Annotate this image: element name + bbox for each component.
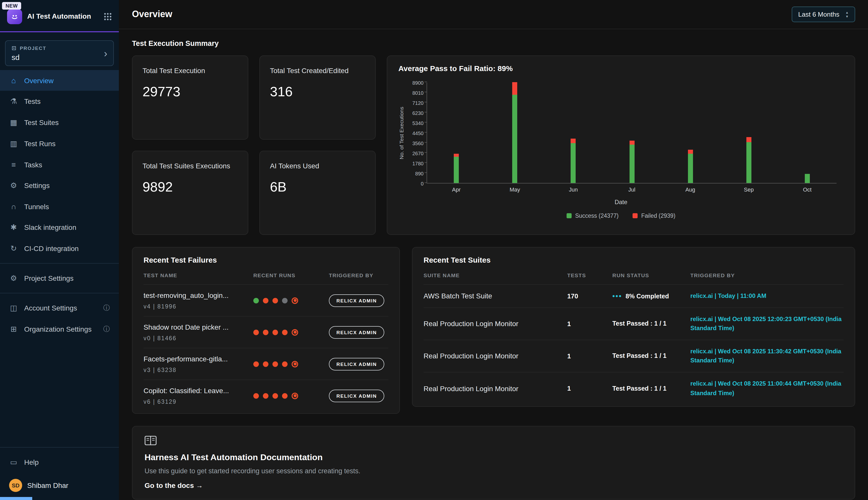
triggered-by-button[interactable]: RELICX ADMIN bbox=[329, 357, 385, 370]
column-header: TRIGGERED BY bbox=[329, 272, 388, 278]
run-status-dot-icon[interactable] bbox=[282, 393, 288, 398]
run-status-dot-icon[interactable] bbox=[263, 329, 268, 335]
app-logo-icon[interactable] bbox=[7, 9, 22, 24]
project-settings-icon: ⚙ bbox=[9, 274, 18, 283]
sidebar-item-label: Overview bbox=[24, 76, 54, 84]
run-status-dot-icon[interactable] bbox=[263, 361, 268, 367]
stat-label: Total Test Suites Executions bbox=[142, 161, 238, 171]
bar-oct[interactable] bbox=[805, 174, 810, 183]
success-segment bbox=[688, 154, 693, 183]
run-status-dot-icon[interactable] bbox=[272, 329, 278, 335]
triggered-by-link[interactable]: relicx.ai | Wed Oct 08 2025 11:00:44 GMT… bbox=[691, 379, 844, 398]
sidebar-item-test-runs[interactable]: ▥Test Runs bbox=[0, 133, 119, 154]
sidebar-item-help[interactable]: ▭Help bbox=[0, 452, 119, 473]
sidebar-item-project-settings[interactable]: ⚙Project Settings bbox=[0, 268, 119, 289]
run-status-dot-icon[interactable] bbox=[282, 298, 288, 303]
sidebar-item-organization-settings[interactable]: ⊞Organization Settingsⓘ bbox=[0, 319, 119, 340]
run-status-dot-icon[interactable] bbox=[282, 361, 288, 367]
sidebar-item-label: Settings bbox=[24, 181, 50, 190]
run-status-dot-icon[interactable] bbox=[272, 361, 278, 367]
run-status-text: Test Passed : 1 / 1 bbox=[612, 385, 667, 392]
legend-item: Failed (2939) bbox=[633, 213, 676, 219]
sidebar-item-label: Tasks bbox=[24, 160, 42, 169]
test-name[interactable]: Facets-performance-gitla... bbox=[143, 355, 253, 363]
stat-value: 9892 bbox=[142, 179, 238, 195]
test-name[interactable]: Copilot: Classified: Leave... bbox=[143, 387, 253, 395]
triggered-by-button[interactable]: RELICX ADMIN bbox=[329, 294, 385, 307]
bar-jun[interactable] bbox=[571, 139, 576, 183]
suite-tests-count: 1 bbox=[567, 352, 607, 360]
docs-subtitle: Use this guide to get started recording … bbox=[144, 467, 843, 475]
test-name[interactable]: test-removing_auto_login... bbox=[143, 291, 253, 299]
run-status-ring-icon[interactable] bbox=[292, 393, 298, 399]
y-tick-label: 0 bbox=[421, 181, 424, 186]
triggered-by-cell: RELICX ADMIN bbox=[329, 294, 388, 307]
triggered-by-link[interactable]: relicx.ai | Wed Oct 08 2025 11:30:42 GMT… bbox=[691, 347, 844, 365]
user-menu[interactable]: SD Shibam Dhar bbox=[0, 473, 119, 500]
run-status-dot-icon[interactable] bbox=[272, 298, 278, 303]
info-icon[interactable]: ⓘ bbox=[103, 304, 110, 312]
info-icon[interactable]: ⓘ bbox=[103, 325, 110, 334]
sidebar-item-slack-integration[interactable]: ✱Slack integration bbox=[0, 217, 119, 238]
triggered-by-link[interactable]: relicx.ai | Wed Oct 08 2025 12:00:23 GMT… bbox=[691, 314, 844, 333]
triggered-by-button[interactable]: RELICX ADMIN bbox=[329, 326, 385, 339]
sidebar-item-overview[interactable]: ⌂Overview bbox=[0, 70, 119, 91]
tasks-icon: ≡ bbox=[9, 160, 18, 169]
sidebar-item-tests[interactable]: ⚗Tests bbox=[0, 91, 119, 112]
test-version-id: v0 | 81466 bbox=[143, 335, 253, 341]
suite-name[interactable]: Real Production Login Monitor bbox=[424, 352, 562, 360]
chart-plot: AprMayJunJulAugSepOct bbox=[426, 83, 836, 183]
apps-grid-icon[interactable] bbox=[104, 13, 112, 21]
suite-name[interactable]: Real Production Login Monitor bbox=[424, 384, 562, 393]
run-status-dot-icon[interactable] bbox=[263, 298, 268, 303]
chevron-right-icon: › bbox=[104, 48, 107, 58]
resource-center-strip[interactable] bbox=[0, 497, 32, 500]
run-status-ring-icon[interactable] bbox=[292, 361, 298, 367]
sidebar-item-label: Organization Settings bbox=[24, 325, 92, 333]
chart-body: No. of Test Executions089017802670356044… bbox=[398, 83, 844, 183]
failed-segment bbox=[454, 154, 459, 157]
documentation-card: Harness AI Test Automation Documentation… bbox=[132, 426, 855, 500]
bar-apr[interactable] bbox=[454, 154, 459, 183]
sidebar-item-tasks[interactable]: ≡Tasks bbox=[0, 154, 119, 175]
project-selector[interactable]: ⊡ PROJECT sd › bbox=[5, 40, 114, 66]
time-range-value: Last 6 Months bbox=[798, 11, 839, 18]
sidebar-item-account-settings[interactable]: ◫Account Settingsⓘ bbox=[0, 297, 119, 319]
bar-may[interactable] bbox=[512, 82, 517, 183]
avatar: SD bbox=[9, 479, 22, 492]
sidebar-item-test-suites[interactable]: ▦Test Suites bbox=[0, 112, 119, 133]
run-status-dot-icon[interactable] bbox=[253, 329, 259, 335]
y-tick-label: 5340 bbox=[412, 121, 424, 126]
run-status-dot-icon[interactable] bbox=[253, 393, 259, 398]
sidebar-item-settings[interactable]: ⚙Settings bbox=[0, 175, 119, 196]
run-status-ring-icon[interactable] bbox=[292, 297, 298, 304]
table-row: AWS Batch Test Suite170•••8% Completedre… bbox=[424, 284, 844, 307]
triggered-by-button[interactable]: RELICX ADMIN bbox=[329, 389, 385, 402]
bar-jul[interactable] bbox=[629, 141, 634, 183]
run-status-dot-icon[interactable] bbox=[272, 393, 278, 398]
y-tick-mark bbox=[424, 172, 427, 173]
bar-aug[interactable] bbox=[688, 149, 693, 183]
suite-name[interactable]: AWS Batch Test Suite bbox=[424, 292, 562, 300]
go-to-docs-link[interactable]: Go to the docs → bbox=[144, 481, 203, 489]
sidebar-item-tunnels[interactable]: ∩Tunnels bbox=[0, 196, 119, 217]
help-icon: ▭ bbox=[9, 458, 18, 467]
run-status-dot-icon[interactable] bbox=[263, 393, 268, 398]
suite-name[interactable]: Real Production Login Monitor bbox=[424, 320, 562, 328]
triggered-by-link[interactable]: relicx.ai | Today | 11:00 AM bbox=[691, 291, 844, 301]
x-tick-label: May bbox=[510, 186, 520, 193]
test-name[interactable]: Shadow root Date picker ... bbox=[143, 323, 253, 331]
main-header: Overview Last 6 Months ▲▼ bbox=[119, 0, 868, 29]
run-status-ring-icon[interactable] bbox=[292, 329, 298, 336]
run-status-dot-icon[interactable] bbox=[253, 361, 259, 367]
sidebar-item-ci-cd-integration[interactable]: ↻CI-CD integration bbox=[0, 238, 119, 259]
run-status-dot-icon[interactable] bbox=[253, 298, 259, 303]
bar-sep[interactable] bbox=[746, 137, 751, 183]
run-status-dot-icon[interactable] bbox=[282, 329, 288, 335]
chart-title: Average Pass to Fail Ratio: 89% bbox=[398, 64, 844, 72]
user-name: Shibam Dhar bbox=[27, 481, 68, 489]
recent-runs-cell bbox=[253, 297, 329, 304]
y-tick-mark bbox=[424, 152, 427, 153]
time-range-select[interactable]: Last 6 Months ▲▼ bbox=[792, 7, 855, 22]
progress-dots-icon: ••• bbox=[612, 292, 622, 300]
